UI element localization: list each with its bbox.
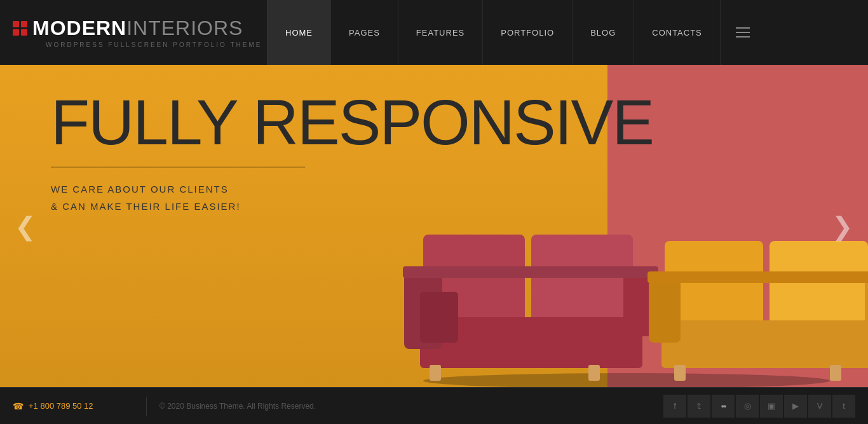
svg-rect-6: [430, 365, 441, 381]
phone-icon: ☎: [13, 401, 24, 411]
social-dribbble[interactable]: ◎: [736, 395, 759, 418]
nav-item-portfolio[interactable]: PORTFOLIO: [482, 0, 572, 65]
logo-area: MODERN INTERIORS WORDPRESS FULLSCREEN PO…: [0, 17, 267, 48]
footer-divider: [146, 397, 147, 416]
hero-subtitle-line2: & CAN MAKE THEIR LIFE EASIER!: [51, 201, 241, 212]
social-facebook[interactable]: f: [663, 395, 686, 418]
svg-rect-13: [865, 279, 868, 346]
hero-subtitle-line1: WE CARE ABOUT OUR CLIENTS: [51, 184, 229, 195]
main-nav: HOME PAGES FEATURES PORTFOLIO BLOG CONTA…: [267, 0, 868, 65]
logo-dots: [13, 21, 27, 36]
logo-dot-1: [13, 21, 19, 27]
hero-prev-arrow[interactable]: ❮: [13, 207, 38, 245]
hero-text-area: FULLY RESPONSIVE WE CARE ABOUT OUR CLIEN…: [51, 90, 653, 215]
social-youtube[interactable]: ▶: [784, 395, 807, 418]
hamburger-icon: [736, 27, 750, 38]
logo-dot-2: [21, 21, 27, 27]
logo-dot-4: [21, 29, 27, 36]
footer-social: f 𝕥 ●● ◎ ▣ ▶ V t: [663, 395, 855, 418]
svg-rect-7: [588, 365, 600, 381]
hero-subtitle: WE CARE ABOUT OUR CLIENTS & CAN MAKE THE…: [51, 181, 653, 215]
logo-interiors: INTERIORS: [126, 17, 243, 40]
hamburger-line-3: [736, 36, 750, 38]
hero-divider: [51, 167, 305, 168]
nav-item-pages[interactable]: PAGES: [330, 0, 398, 65]
logo-tagline: WORDPRESS FULLSCREEN PORTFOLIO THEME: [46, 41, 267, 48]
svg-rect-14: [674, 365, 686, 381]
svg-point-0: [423, 373, 830, 387]
social-twitter[interactable]: 𝕥: [688, 395, 710, 418]
nav-item-contacts[interactable]: CONTACTS: [634, 0, 720, 65]
svg-rect-15: [830, 365, 841, 381]
hero-next-arrow[interactable]: ❯: [830, 207, 855, 245]
logo-modern: MODERN: [32, 17, 126, 40]
phone-number: +1 800 789 50 12: [29, 401, 93, 411]
logo-dot-3: [13, 29, 19, 36]
svg-rect-12: [649, 279, 681, 343]
hamburger-menu[interactable]: [720, 0, 765, 65]
svg-rect-16: [403, 266, 658, 278]
social-instagram[interactable]: ▣: [760, 395, 783, 418]
footer-copyright: © 2020 Business Theme. All Rights Reserv…: [159, 402, 663, 411]
svg-rect-8: [420, 292, 458, 343]
social-vimeo[interactable]: V: [808, 395, 831, 418]
svg-rect-17: [648, 271, 868, 283]
social-tumblr[interactable]: t: [832, 395, 855, 418]
hamburger-line-1: [736, 27, 750, 29]
hamburger-line-2: [736, 32, 750, 33]
nav-item-features[interactable]: FEATURES: [398, 0, 482, 65]
header: MODERN INTERIORS WORDPRESS FULLSCREEN PO…: [0, 0, 868, 65]
footer: ☎ +1 800 789 50 12 © 2020 Business Theme…: [0, 387, 868, 424]
hero-title: FULLY RESPONSIVE: [51, 90, 653, 154]
nav-item-home[interactable]: HOME: [267, 0, 330, 65]
svg-rect-11: [661, 320, 868, 368]
social-flickr[interactable]: ●●: [712, 395, 735, 418]
nav-item-blog[interactable]: BLOG: [572, 0, 634, 65]
footer-phone: ☎ +1 800 789 50 12: [13, 401, 127, 411]
hero-section: FULLY RESPONSIVE WE CARE ABOUT OUR CLIEN…: [0, 65, 868, 387]
